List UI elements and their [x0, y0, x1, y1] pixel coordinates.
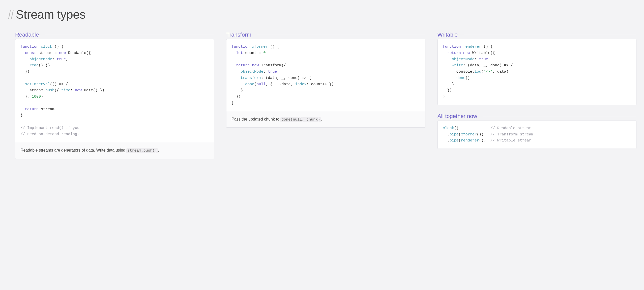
column: Transformfunction xformer () { let count… [226, 32, 425, 128]
code-block: clock() // Readable stream .pipe(xformer… [438, 121, 636, 149]
divider [464, 35, 636, 35]
page-title: #Stream types [8, 8, 636, 21]
code-block: function renderer () { return new Writab… [438, 39, 636, 105]
divider [483, 116, 636, 116]
section-heading: Transform [226, 32, 425, 38]
code-card: function xformer () { let count = 0 retu… [226, 39, 425, 128]
page-title-text: Stream types [16, 8, 85, 21]
column: Readablefunction clock () { const stream… [15, 32, 214, 159]
section: All together nowclock() // Readable stre… [437, 113, 636, 149]
code-card: function renderer () { return new Writab… [437, 39, 636, 105]
section-heading-text: Writable [437, 32, 458, 38]
code-block: function clock () { const stream = new R… [15, 39, 214, 142]
code-card: function clock () { const stream = new R… [15, 39, 214, 159]
column: Writablefunction renderer () { return ne… [437, 32, 636, 149]
caption: Pass the updated chunk to done(null, chu… [226, 111, 425, 128]
hash-icon: # [8, 8, 14, 21]
section-heading-text: Readable [15, 32, 39, 38]
section: Readablefunction clock () { const stream… [15, 32, 214, 159]
divider [257, 35, 425, 35]
section-heading: All together now [437, 113, 636, 120]
section: Writablefunction renderer () { return ne… [437, 32, 636, 105]
columns: Readablefunction clock () { const stream… [8, 32, 636, 159]
code-block: function xformer () { let count = 0 retu… [226, 39, 425, 111]
caption: Readable streams are generators of data.… [15, 142, 214, 159]
section-heading-text: Transform [226, 32, 251, 38]
section-heading-text: All together now [437, 113, 477, 120]
section-heading: Writable [437, 32, 636, 38]
section: Transformfunction xformer () { let count… [226, 32, 425, 128]
divider [45, 35, 214, 35]
section-heading: Readable [15, 32, 214, 38]
code-card: clock() // Readable stream .pipe(xformer… [437, 121, 636, 149]
